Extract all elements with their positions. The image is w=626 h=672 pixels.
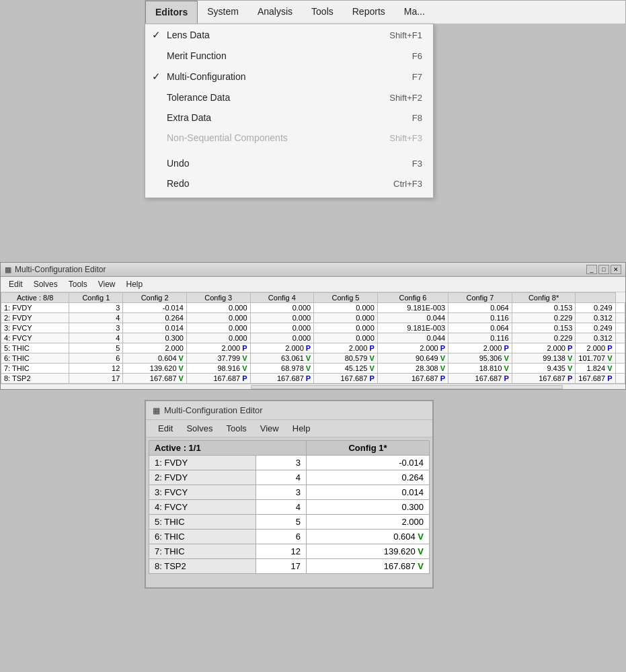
mce-col-config5: Config 5 xyxy=(314,293,378,303)
multi-config-check: ✓ xyxy=(152,71,167,83)
undo-shortcut: F3 xyxy=(412,159,422,169)
mce-row-cell: 0.153 xyxy=(512,303,576,313)
lens-data-label: Lens Data xyxy=(167,30,362,40)
merit-function-shortcut: F6 xyxy=(412,51,422,61)
mce-row-cell: 0.153 xyxy=(512,323,576,333)
mce-bottom-menu-view[interactable]: View xyxy=(253,422,286,435)
mce-top-menu-tools[interactable]: Tools xyxy=(63,278,93,290)
mce-row-cell: 37.799 V xyxy=(186,353,250,364)
menu-multi-config[interactable]: ✓ Multi-Configuration F7 xyxy=(145,66,433,87)
mce-row-label: 1: FVDY xyxy=(1,303,69,313)
mce-bottom-row-value: 139.620 V xyxy=(307,544,430,559)
mce-top-menu-edit[interactable]: Edit xyxy=(3,278,28,290)
menu-system[interactable]: System xyxy=(198,1,248,24)
mce-row-cell: 9.435 V xyxy=(512,364,576,374)
mce-top-minimize[interactable]: _ xyxy=(586,265,597,274)
mce-bottom-row-label: 7: THIC xyxy=(149,544,256,559)
mce-row-cell: 0.264 xyxy=(123,313,187,323)
mce-bottom-menu-edit[interactable]: Edit xyxy=(151,422,180,435)
mce-row-cell: 28.308 V xyxy=(377,364,448,374)
mce-bottom-table: Active : 1/1 Config 1* 1: FVDY3-0.0142: … xyxy=(149,440,430,574)
mce-top-header-row: Active : 8/8 Config 1 Config 2 Config 3 … xyxy=(1,293,625,303)
mce-row-cell: 2.000 P xyxy=(314,343,378,353)
mce-row-cell: 167.687 P xyxy=(377,374,448,384)
mce-row-spacer xyxy=(615,313,625,323)
mce-row-cell: 0.116 xyxy=(448,313,512,323)
mce-top-titlebar: ▦ Multi-Configuration Editor _ □ ✕ xyxy=(1,263,625,277)
mce-row-cell: 6 xyxy=(69,353,123,364)
mce-top-menu-view[interactable]: View xyxy=(93,278,121,290)
mce-bottom-row-label: 2: FVDY xyxy=(149,470,256,485)
extra-data-label: Extra Data xyxy=(167,112,385,123)
mce-top-close[interactable]: ✕ xyxy=(611,265,621,274)
mce-row-cell: 0.000 xyxy=(314,313,378,323)
mce-col-config2: Config 2 xyxy=(123,293,187,303)
menu-redo[interactable]: Redo Ctrl+F3 xyxy=(145,173,433,194)
mce-row-cell: 2.000 P xyxy=(448,343,512,353)
mce-col-scroll xyxy=(576,293,615,303)
mce-bottom-row-label: 1: FVDY xyxy=(149,456,256,470)
merit-function-label: Merit Function xyxy=(167,50,385,61)
mce-bottom-row: 4: FVCY40.300 xyxy=(149,500,430,515)
mce-bottom-row-num: 12 xyxy=(256,544,306,559)
mce-bottom-header-row: Active : 1/1 Config 1* xyxy=(149,441,430,456)
non-sequential-label: Non-Sequential Components xyxy=(167,132,362,143)
menu-reports[interactable]: Reports xyxy=(343,1,395,24)
mce-row-cell: -0.014 xyxy=(123,303,187,313)
mce-row-cell: 0.044 xyxy=(377,333,448,343)
mce-row-cell: 139.620 V xyxy=(123,364,187,374)
menu-merit-function[interactable]: Merit Function F6 xyxy=(145,46,433,66)
menu-tools[interactable]: Tools xyxy=(302,1,343,24)
mce-row-cell: 0.000 xyxy=(250,303,314,313)
mce-col-config8: Config 8* xyxy=(512,293,576,303)
mce-bottom-table-wrapper: Active : 1/1 Config 1* 1: FVDY3-0.0142: … xyxy=(146,437,432,577)
menu-bar: Editors System Analysis Tools Reports Ma… xyxy=(145,0,626,24)
mce-top-menu-help[interactable]: Help xyxy=(121,278,149,290)
mce-top-icon: ▦ xyxy=(5,265,11,274)
mce-bottom-titlebar: ▦ Multi-Configuration Editor xyxy=(146,401,432,420)
menu-undo[interactable]: Undo F3 xyxy=(145,153,433,173)
mce-bottom-row-value: 2.000 xyxy=(307,515,430,530)
mce-row-label: 6: THIC xyxy=(1,353,69,364)
mce-top-row: 3: FVCY30.0140.0000.0000.0009.181E-0030.… xyxy=(1,323,625,333)
mce-row-cell: 2.000 P xyxy=(377,343,448,353)
mce-bottom-row-num: 4 xyxy=(256,470,306,485)
mce-row-cell: 2.000 xyxy=(123,343,187,353)
mce-row-cell: 167.687 P xyxy=(314,374,378,384)
mce-bottom-row-label: 4: FVCY xyxy=(149,500,256,515)
mce-row-cell: 0.000 xyxy=(314,333,378,343)
mce-bottom-menu-tools[interactable]: Tools xyxy=(219,422,253,435)
mce-bottom-menu-solves[interactable]: Solves xyxy=(180,422,219,435)
mce-top-window: ▦ Multi-Configuration Editor _ □ ✕ Edit … xyxy=(0,262,626,390)
mce-row-cell: 0.000 xyxy=(250,333,314,343)
mce-row-spacer xyxy=(615,333,625,343)
mce-bottom-row-value: -0.014 xyxy=(307,456,430,470)
mce-row-cell: 0.000 xyxy=(186,313,250,323)
mce-row-cell: 0.000 xyxy=(314,323,378,333)
mce-top-restore[interactable]: □ xyxy=(598,265,609,274)
menu-lens-data[interactable]: ✓ Lens Data Shift+F1 xyxy=(145,24,433,46)
mce-bottom-row-label: 3: FVCY xyxy=(149,485,256,500)
mce-top-controls: _ □ ✕ xyxy=(586,265,621,274)
mce-bottom-row: 6: THIC60.604 V xyxy=(149,530,430,544)
tolerance-data-shortcut: Shift+F2 xyxy=(389,93,422,103)
mce-row-cell: 0.044 xyxy=(377,313,448,323)
mce-row-cell: 2.000 P xyxy=(512,343,576,353)
mce-row-label: 4: FVCY xyxy=(1,333,69,343)
menu-analysis[interactable]: Analysis xyxy=(248,1,302,24)
menu-ma[interactable]: Ma... xyxy=(395,1,434,24)
menu-tolerance-data[interactable]: Tolerance Data Shift+F2 xyxy=(145,87,433,108)
mce-bottom-menu-help[interactable]: Help xyxy=(286,422,317,435)
mce-top-menubar: Edit Solves Tools View Help xyxy=(1,277,625,292)
mce-bottom-row-label: 8: TSP2 xyxy=(149,559,256,574)
mce-row-cell: 0.064 xyxy=(448,303,512,313)
mce-row-cell: 0.064 xyxy=(448,323,512,333)
mce-bottom-row: 1: FVDY3-0.014 xyxy=(149,456,430,470)
menu-extra-data[interactable]: Extra Data F8 xyxy=(145,108,433,128)
mce-top-menu-solves[interactable]: Solves xyxy=(28,278,63,290)
mce-row-cell: 167.687 P xyxy=(512,374,576,384)
mce-row-spacer xyxy=(615,303,625,313)
mce-top-row: 7: THIC12139.620 V98.916 V68.978 V45.125… xyxy=(1,364,625,374)
menu-editors[interactable]: Editors xyxy=(145,1,198,24)
mce-bottom-row-label: 6: THIC xyxy=(149,530,256,544)
